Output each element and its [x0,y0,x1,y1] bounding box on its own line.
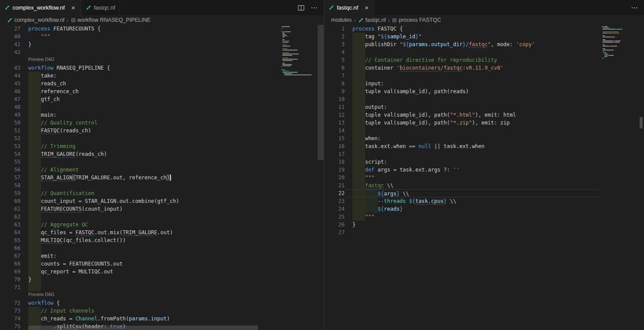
line-number[interactable]: 8 [324,80,345,88]
minimap[interactable] [281,25,318,76]
codelens-preview-dag[interactable]: Preview DAG [28,56,54,64]
line-number[interactable]: 65 [0,236,20,244]
code-editor[interactable]: 1process FASTQC {2 tag "${sample_id}"3 p… [324,25,644,330]
line-number[interactable]: 44 [0,72,20,80]
code-line: 15 when: [324,135,601,142]
line-number[interactable]: 71 [0,283,20,291]
line-number[interactable]: 18 [324,158,345,166]
code-token: counts = FEATURECOUNTS.out [41,261,123,267]
code-line-content [20,182,281,189]
line-number[interactable]: 54 [0,150,20,158]
split-editor-icon[interactable] [298,4,305,11]
line-number[interactable]: 40 [0,33,20,40]
line-number[interactable]: 68 [0,260,20,268]
line-number[interactable]: 21 [324,182,345,189]
line-number[interactable]: 66 [0,244,20,252]
line-number[interactable]: 64 [0,229,20,236]
code-token: \\ [447,198,456,204]
line-number[interactable]: 74 [0,315,20,323]
close-icon[interactable]: × [70,4,77,11]
line-number[interactable]: 43 [0,64,20,72]
line-number[interactable]: 58 [0,182,20,189]
line-number[interactable]: 25 [324,213,345,221]
line-number[interactable]: 45 [0,80,20,88]
line-number[interactable]: 57 [0,174,20,182]
vertical-scrollbar[interactable] [638,25,644,330]
line-number[interactable] [0,56,20,64]
line-number[interactable]: 73 [0,307,20,315]
line-number[interactable]: 4 [324,48,345,56]
line-number[interactable]: 72 [0,299,20,307]
line-number[interactable]: 3 [324,40,345,48]
line-number[interactable]: 5 [324,56,345,64]
breadcrumb-item[interactable]: process FASTQC [392,17,441,23]
line-number[interactable]: 16 [324,142,345,150]
codelens-preview-dag[interactable]: Preview DAG [28,291,54,299]
indent [352,41,365,47]
line-number[interactable]: 13 [324,119,345,127]
breadcrumb-item[interactable]: workflow RNASEQ_PIPELINE [71,17,151,23]
line-number[interactable]: 55 [0,158,20,166]
line-number[interactable]: 63 [0,221,20,229]
line-number[interactable]: 17 [324,150,345,158]
scrollbar-thumb[interactable] [318,25,324,160]
line-number[interactable]: 14 [324,127,345,135]
line-number[interactable]: 6 [324,64,345,72]
line-number[interactable]: 27 [324,229,345,236]
line-number[interactable]: 23 [324,197,345,205]
minimap[interactable] [601,25,638,61]
line-number[interactable]: 62 [0,213,20,221]
line-number[interactable]: 15 [324,135,345,142]
tab-fastqc.nf[interactable]: fastqc.nf× [324,0,375,15]
line-number[interactable]: 42 [0,48,20,56]
line-number[interactable]: 10 [324,95,345,103]
indent [352,34,365,40]
code-line-content: tag "${sample_id}" [345,33,601,40]
code-token: \\ [384,182,393,189]
line-number[interactable]: 70 [0,276,20,283]
code-line-content: FEATURECOUNTS(count_input) [20,205,281,213]
line-number[interactable]: 1 [324,25,345,33]
more-actions-icon[interactable]: ⋯ [311,4,318,11]
line-number[interactable]: 51 [0,127,20,135]
scrollbar-thumb[interactable] [28,326,258,330]
line-number[interactable]: 41 [0,40,20,48]
line-number[interactable]: 24 [324,205,345,213]
code-line: 50 // Quality control [0,119,281,127]
line-number[interactable]: 47 [0,95,20,103]
line-number[interactable]: 7 [324,72,345,80]
line-number[interactable]: 59 [0,189,20,197]
line-number[interactable]: 56 [0,166,20,174]
breadcrumb-item[interactable]: fastqc.nf [358,17,386,23]
line-number[interactable]: 26 [324,221,345,229]
line-number[interactable]: 11 [324,103,345,111]
line-number[interactable]: 12 [324,111,345,119]
code-editor[interactable]: 27process FEATURECOUNTS {40 """41}42Prev… [0,25,324,330]
line-number[interactable]: 48 [0,103,20,111]
breadcrumb-item[interactable]: modules [331,17,352,23]
line-number[interactable]: 9 [324,88,345,95]
line-number[interactable]: 60 [0,197,20,205]
line-number[interactable]: 19 [324,166,345,174]
line-number[interactable]: 53 [0,142,20,150]
close-icon[interactable]: × [363,4,370,11]
breadcrumb-item[interactable]: complex_workflow.nf [7,17,64,23]
line-number[interactable]: 27 [0,25,20,33]
line-number[interactable]: 49 [0,111,20,119]
tab-complex_workflow.nf[interactable]: complex_workflow.nf× [0,0,81,15]
line-number[interactable]: 69 [0,268,20,276]
more-actions-icon[interactable]: ⋯ [631,4,638,11]
line-number[interactable] [0,291,20,299]
line-number[interactable]: 46 [0,88,20,95]
line-number[interactable]: 22 [324,189,345,197]
line-number[interactable]: 20 [324,174,345,182]
line-number[interactable]: 2 [324,33,345,40]
tab-fastqc.nf[interactable]: fastqc.nf [81,0,120,15]
line-number[interactable]: 61 [0,205,20,213]
line-number[interactable]: 50 [0,119,20,127]
vertical-scrollbar[interactable] [318,25,324,330]
horizontal-scrollbar[interactable] [0,326,281,330]
code-token: Channel [75,316,97,322]
line-number[interactable]: 52 [0,135,20,142]
line-number[interactable]: 67 [0,252,20,260]
